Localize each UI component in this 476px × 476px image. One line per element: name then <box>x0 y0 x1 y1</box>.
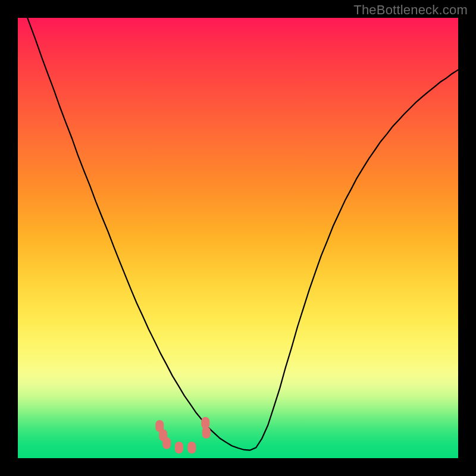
curve-marker <box>162 437 171 449</box>
curve-marker <box>187 441 196 453</box>
plot-area <box>18 18 458 458</box>
curve-marker <box>175 441 183 453</box>
curve-marker <box>202 427 211 439</box>
chart-frame: TheBottleneck.com <box>0 0 476 476</box>
marker-group <box>155 417 210 453</box>
watermark-text: TheBottleneck.com <box>353 2 468 18</box>
bottleneck-curve <box>18 0 458 450</box>
bottleneck-curve-svg <box>18 18 458 458</box>
